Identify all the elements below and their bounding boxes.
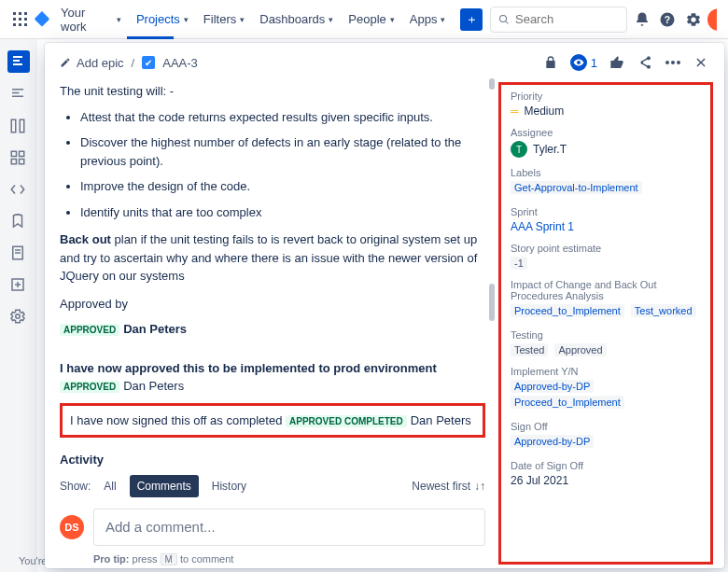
jira-logo-icon[interactable] bbox=[34, 10, 52, 29]
user-avatar[interactable] bbox=[707, 8, 717, 31]
nav-label: People bbox=[348, 12, 385, 26]
svg-point-33 bbox=[677, 61, 680, 64]
signoff-chip[interactable]: Approved-by-DP bbox=[511, 435, 594, 448]
watchers-button[interactable]: 1 bbox=[570, 54, 597, 71]
nav-people[interactable]: People▾ bbox=[343, 8, 399, 30]
sort-button[interactable]: Newest first↓↑ bbox=[412, 478, 485, 495]
description-panel: The unit testing will: - Attest that the… bbox=[45, 78, 495, 568]
rail-code-icon[interactable] bbox=[9, 181, 28, 200]
lock-icon[interactable] bbox=[542, 54, 559, 71]
impact-chip[interactable]: Proceed_to_Implement bbox=[511, 304, 624, 317]
search-icon bbox=[498, 13, 510, 26]
list-item: Discover the highest number of defects i… bbox=[80, 133, 485, 170]
approved-by-line: APPROVEDDan Peters bbox=[60, 320, 485, 339]
field-label-impact: Impact of Change and Back Out Procedures… bbox=[511, 279, 701, 301]
field-label-date: Date of Sign Off bbox=[511, 460, 701, 471]
nav-filters[interactable]: Filters▾ bbox=[198, 8, 250, 30]
create-button[interactable]: ＋ bbox=[460, 8, 482, 31]
protip-label: Pro tip: bbox=[93, 553, 130, 565]
story-points-value[interactable]: -1 bbox=[511, 257, 527, 270]
approved-by-heading: Approved by bbox=[60, 295, 485, 314]
tab-history[interactable]: History bbox=[204, 475, 254, 497]
nav-label: Projects bbox=[136, 12, 180, 26]
testing-chip[interactable]: Approved bbox=[554, 343, 606, 356]
sprint-link[interactable]: AAA Sprint 1 bbox=[511, 220, 701, 233]
scrollbar[interactable] bbox=[489, 78, 495, 90]
svg-rect-7 bbox=[19, 23, 21, 26]
svg-rect-14 bbox=[13, 56, 22, 58]
approver-name: Dan Peters bbox=[123, 379, 184, 393]
assignee-value[interactable]: TTyler.T bbox=[511, 141, 701, 158]
svg-point-29 bbox=[16, 314, 21, 319]
assignee-name: Tyler.T bbox=[533, 143, 567, 156]
svg-rect-2 bbox=[24, 12, 27, 15]
rail-board-icon[interactable] bbox=[9, 118, 28, 136]
pro-tip: Pro tip: press M to comment bbox=[93, 551, 485, 567]
rail-settings-icon[interactable] bbox=[9, 308, 28, 327]
sort-label: Newest first bbox=[412, 478, 470, 495]
assignee-avatar: T bbox=[511, 141, 527, 158]
close-icon[interactable] bbox=[693, 54, 709, 71]
label-chip[interactable]: Get-Approval-to-Implement bbox=[511, 181, 642, 194]
nav-apps[interactable]: Apps▾ bbox=[404, 8, 452, 30]
rail-pages-icon[interactable] bbox=[9, 244, 28, 263]
svg-point-9 bbox=[499, 15, 506, 21]
date-value[interactable]: 26 Jul 2021 bbox=[511, 474, 701, 487]
notifications-icon[interactable] bbox=[631, 8, 652, 31]
rail-releases-icon[interactable] bbox=[9, 213, 28, 231]
nav-your-work[interactable]: Your work▾ bbox=[55, 2, 127, 37]
dialog-header: Add epic / ✔ AAA-3 1 bbox=[45, 43, 724, 78]
comment-input[interactable]: Add a comment... bbox=[93, 509, 485, 547]
show-label: Show: bbox=[60, 478, 91, 495]
list-item: Attest that the code returns expected re… bbox=[80, 108, 485, 127]
settings-icon[interactable] bbox=[682, 8, 704, 31]
chevron-down-icon: ▾ bbox=[390, 15, 395, 24]
testing-chip[interactable]: Tested bbox=[511, 343, 548, 356]
svg-rect-22 bbox=[20, 160, 24, 164]
implement-chip[interactable]: Approved-by-DP bbox=[511, 380, 594, 393]
add-epic-button[interactable]: Add epic bbox=[60, 56, 124, 70]
rail-backlog-icon[interactable] bbox=[9, 86, 28, 105]
svg-rect-3 bbox=[13, 18, 16, 21]
chevron-down-icon: ▾ bbox=[240, 15, 245, 24]
nav-projects[interactable]: Projects▾ bbox=[131, 8, 194, 30]
approver-name: Dan Peters bbox=[123, 322, 187, 336]
highlighted-signoff-box: I have now signed this off as completed … bbox=[60, 403, 485, 439]
search-input[interactable] bbox=[490, 7, 627, 33]
chevron-down-icon: ▾ bbox=[329, 15, 333, 24]
tab-all[interactable]: All bbox=[96, 475, 123, 497]
rail-roadmap-icon[interactable] bbox=[7, 50, 30, 73]
rail-add-icon[interactable] bbox=[9, 276, 28, 295]
priority-value[interactable]: ═Medium bbox=[511, 105, 701, 118]
help-icon[interactable]: ? bbox=[656, 8, 678, 31]
user-avatar: DS bbox=[60, 515, 84, 539]
list-item: Identify units that are too complex bbox=[80, 203, 485, 222]
list-item: Improve the design of the code. bbox=[80, 177, 485, 196]
svg-rect-0 bbox=[13, 12, 16, 15]
priority-icon: ═ bbox=[511, 105, 519, 118]
search-field[interactable] bbox=[515, 12, 619, 26]
chevron-down-icon: ▾ bbox=[441, 15, 445, 24]
more-actions-icon[interactable] bbox=[665, 54, 681, 71]
vote-icon[interactable] bbox=[609, 54, 625, 71]
scrollbar-thumb[interactable] bbox=[489, 284, 495, 321]
app-switcher-icon[interactable] bbox=[11, 10, 30, 29]
tab-comments[interactable]: Comments bbox=[130, 475, 199, 497]
implement-chip[interactable]: Proceed_to_Implement bbox=[511, 396, 624, 409]
svg-rect-17 bbox=[11, 119, 16, 133]
rail-grid-icon[interactable] bbox=[9, 149, 28, 168]
field-label-testing: Testing bbox=[511, 329, 701, 341]
share-icon[interactable] bbox=[637, 54, 653, 71]
sort-icon: ↓↑ bbox=[474, 478, 485, 495]
svg-rect-4 bbox=[19, 18, 21, 21]
details-panel: Priority ═Medium Assignee TTyler.T Label… bbox=[498, 82, 713, 565]
svg-point-32 bbox=[671, 61, 675, 64]
pencil-icon bbox=[60, 57, 71, 68]
nav-dashboards[interactable]: Dashboards▾ bbox=[254, 8, 339, 30]
desc-intro: The unit testing will: - bbox=[60, 82, 485, 101]
eye-icon bbox=[570, 54, 587, 71]
svg-rect-20 bbox=[20, 151, 24, 156]
backout-label: Back out bbox=[60, 232, 111, 246]
impact-chip[interactable]: Test_worked bbox=[631, 304, 696, 317]
issue-key-link[interactable]: AAA-3 bbox=[162, 56, 198, 70]
